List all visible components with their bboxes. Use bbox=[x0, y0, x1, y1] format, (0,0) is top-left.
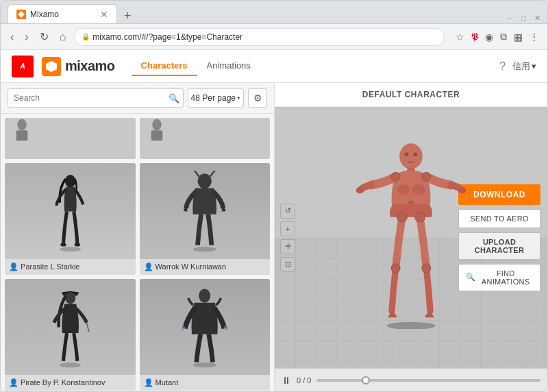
sidebar-icon[interactable]: ▦ bbox=[512, 30, 524, 44]
svg-point-2 bbox=[17, 119, 26, 131]
char-name: 👤 Parasite L Starkie bbox=[5, 259, 136, 275]
per-page-select[interactable]: 48 Per page ▾ bbox=[188, 88, 244, 108]
svg-point-34 bbox=[391, 172, 400, 181]
lock-icon: 🔒 bbox=[82, 33, 90, 40]
window-controls: － □ ✕ bbox=[506, 13, 540, 23]
char-image-partial bbox=[140, 118, 271, 159]
svg-point-35 bbox=[422, 172, 431, 181]
player-bar: ⏸ 0 / 0 bbox=[275, 368, 547, 391]
char-image bbox=[5, 163, 136, 259]
tab-close-btn[interactable]: ✕ bbox=[100, 9, 108, 20]
viewer-move-btn[interactable]: ✛ bbox=[280, 239, 295, 254]
search-bar-row: 🔍 48 Per page ▾ ⚙ bbox=[1, 83, 274, 114]
viewer-zoom-btn[interactable]: + bbox=[280, 221, 295, 236]
left-panel: 🔍 48 Per page ▾ ⚙ bbox=[1, 83, 275, 391]
more-icon[interactable]: ⋮ bbox=[528, 30, 540, 44]
pinterest-icon[interactable]: 𝕻 bbox=[470, 29, 480, 44]
person-icon: 👤 bbox=[144, 378, 153, 387]
svg-marker-1 bbox=[46, 61, 57, 72]
svg-point-32 bbox=[405, 152, 409, 156]
list-item[interactable]: 👤 Warrok W Kurniawan bbox=[140, 163, 271, 275]
list-item[interactable] bbox=[5, 118, 136, 159]
svg-point-25 bbox=[399, 143, 423, 169]
filter-button[interactable]: ⚙ bbox=[248, 88, 267, 108]
char-image bbox=[5, 279, 136, 375]
svg-point-37 bbox=[415, 212, 425, 222]
address-text: mixamo.com/#/?page=1&type=Character bbox=[92, 32, 437, 42]
svg-point-13 bbox=[65, 292, 75, 304]
app-header: A mixamo Characters Animations ? 信用 ▾ bbox=[1, 50, 547, 83]
back-button[interactable]: ‹ bbox=[8, 29, 16, 45]
nav-tab-animations[interactable]: Animations bbox=[197, 56, 260, 76]
app-nav: Characters Animations bbox=[132, 56, 260, 76]
address-bar-row: ‹ › ↻ ⌂ 🔒 mixamo.com/#/?page=1&type=Char… bbox=[1, 24, 547, 50]
mixamo-logo-area: mixamo bbox=[42, 57, 115, 76]
svg-point-24 bbox=[387, 322, 436, 329]
svg-point-11 bbox=[198, 173, 212, 188]
person-icon: 👤 bbox=[9, 262, 18, 271]
viewer-title: DEFAULT CHARACTER bbox=[275, 83, 547, 107]
brand-name: mixamo bbox=[65, 58, 115, 74]
char-name: 👤 Pirate By P. Konstantinov bbox=[5, 375, 136, 391]
viewer-controls: ↺ + ✛ ⊡ bbox=[280, 204, 295, 272]
browser-tab-mixamo[interactable]: Mixamo ✕ bbox=[8, 4, 117, 23]
extension-icon[interactable]: ⧉ bbox=[499, 29, 508, 44]
bookmark-icon[interactable]: ☆ bbox=[454, 30, 466, 44]
rss-icon[interactable]: ◉ bbox=[484, 30, 495, 44]
tab-title: Mixamo bbox=[30, 10, 59, 19]
mixamo-cube-icon bbox=[42, 57, 61, 76]
svg-point-31 bbox=[408, 200, 413, 204]
help-icon[interactable]: ? bbox=[499, 60, 506, 73]
search-icon-btn[interactable]: 🔍 bbox=[169, 93, 179, 103]
tab-favicon bbox=[16, 10, 26, 19]
list-item[interactable]: 👤 Parasite L Starkie bbox=[5, 163, 136, 275]
char-name: 👤 Warrok W Kurniawan bbox=[140, 259, 271, 275]
toolbar-icons: ☆ 𝕻 ◉ ⧉ ▦ ⋮ bbox=[454, 29, 540, 44]
viewer-reset-btn[interactable]: ⊡ bbox=[280, 257, 295, 272]
list-item[interactable] bbox=[140, 118, 271, 159]
app-content: A mixamo Characters Animations ? 信用 ▾ bbox=[1, 50, 547, 391]
play-button[interactable]: ⏸ bbox=[282, 375, 291, 386]
char-image bbox=[140, 279, 271, 375]
main-layout: 🔍 48 Per page ▾ ⚙ bbox=[1, 83, 547, 391]
svg-point-14 bbox=[193, 363, 216, 367]
character-grid: 👤 Parasite L Starkie bbox=[1, 114, 274, 391]
char-image bbox=[140, 163, 271, 259]
refresh-button[interactable]: ↻ bbox=[37, 29, 51, 45]
viewer-rotate-btn[interactable]: ↺ bbox=[280, 204, 295, 219]
svg-point-38 bbox=[391, 264, 400, 273]
timeline-thumb[interactable] bbox=[362, 376, 370, 384]
svg-point-9 bbox=[74, 243, 80, 246]
list-item[interactable]: 👤 Pirate By P. Konstantinov bbox=[5, 279, 136, 391]
viewer-container: ↺ + ✛ ⊡ DOWNLOAD SEND TO AERO UPLOAD CHA… bbox=[275, 107, 547, 368]
new-tab-button[interactable]: + bbox=[120, 9, 136, 23]
svg-point-33 bbox=[414, 152, 418, 156]
svg-point-10 bbox=[193, 247, 216, 252]
svg-point-15 bbox=[199, 289, 210, 302]
svg-marker-0 bbox=[18, 11, 25, 18]
timeline-text: 0 / 0 bbox=[297, 376, 311, 384]
svg-point-39 bbox=[422, 264, 431, 273]
svg-rect-3 bbox=[16, 130, 28, 140]
forward-button[interactable]: › bbox=[22, 29, 31, 45]
list-item[interactable]: 👤 Mutant bbox=[140, 279, 271, 391]
search-input-wrap: 🔍 bbox=[8, 88, 184, 108]
nav-tab-characters[interactable]: Characters bbox=[132, 56, 197, 76]
person-icon: 👤 bbox=[144, 262, 153, 271]
lang-button[interactable]: 信用 ▾ bbox=[512, 60, 536, 73]
viewer-character bbox=[329, 107, 493, 329]
per-page-arrow-icon: ▾ bbox=[237, 95, 240, 101]
svg-point-4 bbox=[152, 119, 161, 131]
svg-rect-5 bbox=[151, 130, 162, 140]
grid-wrapper: 👤 Parasite L Starkie bbox=[1, 114, 274, 391]
address-bar[interactable]: 🔒 mixamo.com/#/?page=1&type=Character bbox=[74, 28, 445, 46]
home-button[interactable]: ⌂ bbox=[57, 29, 69, 45]
svg-point-6 bbox=[60, 247, 81, 252]
search-input[interactable] bbox=[8, 88, 184, 108]
right-panel: DEFAULT CHARACTER bbox=[275, 83, 547, 391]
adobe-logo: A bbox=[12, 56, 34, 77]
char-name: 👤 Mutant bbox=[140, 375, 271, 391]
person-icon: 👤 bbox=[9, 378, 18, 387]
svg-point-36 bbox=[397, 212, 407, 222]
timeline-slider[interactable] bbox=[316, 379, 540, 382]
